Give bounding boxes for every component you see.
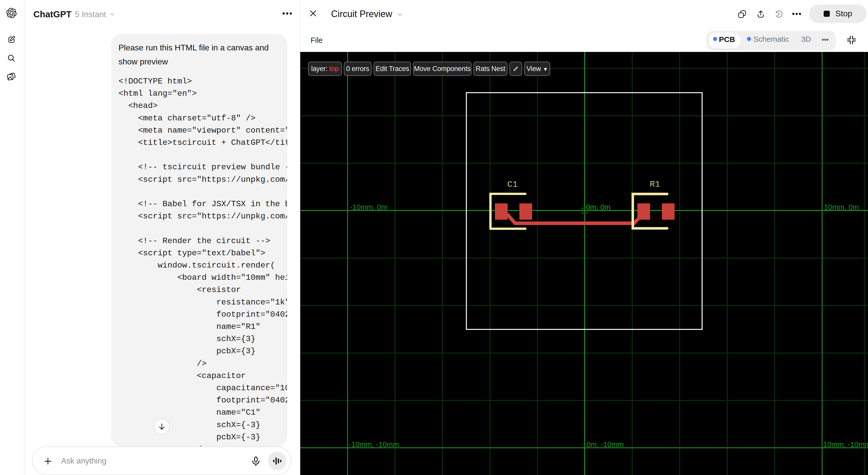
svg-text:R1: R1 (650, 179, 660, 189)
svg-text:C1: C1 (507, 180, 518, 190)
